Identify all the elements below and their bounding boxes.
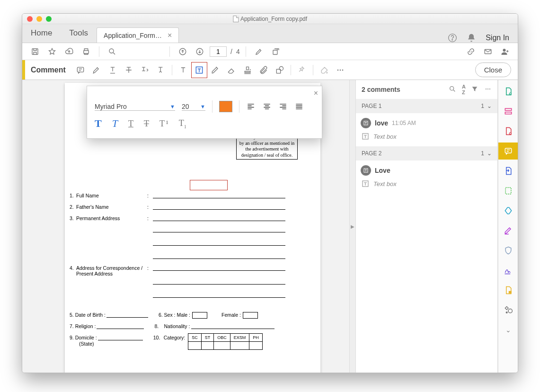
category-table: SCSTOBCEXSMPH [188, 333, 263, 350]
combine-files-icon[interactable] [498, 103, 518, 120]
sign-in-link[interactable]: Sign In [486, 34, 509, 42]
fill-sign-icon[interactable] [498, 222, 518, 239]
eraser-icon[interactable] [223, 62, 239, 78]
font-size-dropdown[interactable]: 20▼ [182, 103, 205, 111]
svg-rect-26 [505, 108, 511, 110]
tab-home[interactable]: Home [22, 24, 61, 43]
tab-tools[interactable]: Tools [61, 24, 97, 43]
protect-icon[interactable] [498, 242, 518, 259]
create-pdf-icon[interactable] [498, 83, 518, 100]
search-icon[interactable] [105, 45, 119, 59]
window-minimize-icon[interactable] [36, 16, 42, 22]
comments-sort-icon[interactable]: AZ [462, 84, 465, 95]
font-color-swatch[interactable] [219, 101, 232, 112]
text-format-panel: × Myriad Pro▼ 20▼ [87, 86, 322, 139]
adobe-sign-icon[interactable] [498, 262, 518, 279]
star-icon[interactable] [45, 45, 59, 59]
insert-text-icon[interactable] [153, 62, 169, 78]
page-number-input[interactable] [210, 46, 227, 57]
prev-page-icon[interactable] [176, 45, 190, 59]
drawing-shapes-icon[interactable] [272, 62, 288, 78]
pin-icon[interactable] [294, 62, 310, 78]
pencil-draw-icon[interactable] [207, 62, 223, 78]
italic-icon[interactable]: T [112, 117, 118, 130]
send-review-icon[interactable] [498, 202, 518, 219]
bold-icon[interactable]: T [95, 117, 102, 130]
svg-point-15 [339, 69, 341, 71]
print-icon[interactable] [79, 45, 93, 59]
export-pdf-icon[interactable] [498, 162, 518, 179]
svg-rect-2 [32, 49, 38, 54]
comment-item[interactable]: Love Text box [356, 160, 497, 194]
panel-collapse-handle[interactable]: ▶ [349, 80, 356, 373]
page-sep: / [230, 48, 232, 55]
svg-rect-30 [505, 187, 511, 194]
titlebar: Application_Form copy.pdf [22, 14, 518, 24]
cloud-upload-icon[interactable] [62, 45, 76, 59]
svg-point-32 [505, 312, 507, 313]
textbox-type-icon [361, 132, 370, 141]
font-family-dropdown[interactable]: Myriad Pro▼ [95, 103, 175, 111]
more-tools-icon[interactable] [332, 62, 348, 78]
svg-rect-27 [505, 112, 511, 114]
text-insertion-box[interactable] [190, 180, 228, 190]
strikethrough-style-icon[interactable]: T [144, 119, 149, 129]
svg-rect-31 [508, 291, 511, 294]
textbox-type-icon [361, 179, 370, 188]
share-link-icon[interactable] [464, 45, 478, 59]
mail-icon[interactable] [481, 45, 495, 59]
svg-point-4 [109, 49, 114, 53]
comment-toolbar: Comment Close [22, 60, 518, 80]
strikethrough-icon[interactable] [121, 62, 137, 78]
add-text-box-icon[interactable] [191, 62, 207, 78]
save-icon[interactable] [28, 45, 42, 59]
panel-close-icon[interactable]: × [314, 89, 318, 98]
side-tool-rail: ⌄ [498, 80, 518, 373]
align-left-icon[interactable] [246, 102, 256, 111]
window-close-icon[interactable] [27, 16, 33, 22]
svg-point-9 [503, 49, 506, 52]
highlight-icon[interactable] [89, 62, 105, 78]
tab-close-icon[interactable]: × [166, 31, 174, 40]
textbox-badge-icon [361, 118, 371, 128]
close-comment-toolbar-button[interactable]: Close [475, 62, 511, 77]
chevron-down-icon: ⌄ [487, 150, 492, 157]
chevron-down-rail-icon[interactable]: ⌄ [498, 321, 518, 339]
stamp-icon[interactable] [239, 62, 256, 78]
subscript-icon[interactable]: T1 [179, 118, 186, 129]
superscript-icon[interactable]: T ¹ [159, 119, 168, 129]
text-comment-icon[interactable] [175, 62, 191, 78]
more-tools-rail-icon[interactable] [498, 302, 518, 319]
replace-text-icon[interactable] [137, 62, 153, 78]
edit-pdf-icon[interactable] [498, 123, 518, 140]
comments-more-icon[interactable] [484, 85, 492, 94]
align-justify-icon[interactable] [294, 102, 304, 111]
bell-icon[interactable] [467, 33, 476, 43]
tab-document[interactable]: Application_Form… × [97, 27, 179, 43]
compare-files-icon[interactable] [498, 282, 518, 299]
comment-rail-icon[interactable] [498, 143, 518, 160]
comments-search-icon[interactable] [449, 85, 456, 94]
attach-icon[interactable] [256, 62, 272, 78]
textbox-badge-icon [361, 165, 371, 176]
underline-style-icon[interactable]: T [128, 119, 133, 129]
next-page-icon[interactable] [193, 45, 207, 59]
document-viewport[interactable]: Identity should be certified by an offic… [22, 80, 349, 373]
align-center-icon[interactable] [262, 102, 272, 111]
send-share-icon[interactable] [269, 45, 283, 59]
comments-page1-header[interactable]: PAGE 1 1⌄ [356, 99, 497, 113]
organize-pages-icon[interactable] [498, 182, 518, 199]
comments-filter-icon[interactable] [471, 85, 478, 94]
align-right-icon[interactable] [278, 102, 288, 111]
underline-icon[interactable] [105, 62, 121, 78]
sign-highlighter-icon[interactable] [252, 45, 266, 59]
sticky-note-icon[interactable] [72, 62, 89, 78]
main-toolbar: / 4 [22, 43, 518, 60]
add-person-icon[interactable] [498, 45, 512, 59]
help-icon[interactable] [448, 33, 457, 43]
paint-bucket-icon[interactable] [316, 62, 332, 78]
comments-panel: 2 comments AZ PAGE 1 1⌄ love 11:05 AM [356, 80, 498, 373]
comments-page2-header[interactable]: PAGE 2 1⌄ [356, 146, 497, 160]
window-zoom-icon[interactable] [46, 16, 52, 22]
comment-item[interactable]: love 11:05 AM Text box [356, 113, 497, 146]
